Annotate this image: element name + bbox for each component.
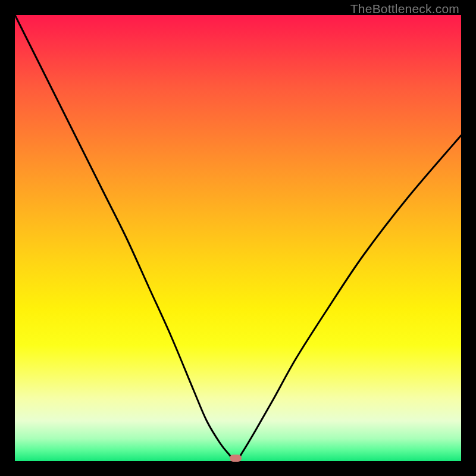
- plot-area: [15, 15, 461, 461]
- watermark-text: TheBottleneck.com: [350, 2, 459, 16]
- chart-frame: TheBottleneck.com: [0, 0, 476, 476]
- bottleneck-curve: [15, 15, 461, 461]
- optimal-point-marker: [230, 455, 242, 462]
